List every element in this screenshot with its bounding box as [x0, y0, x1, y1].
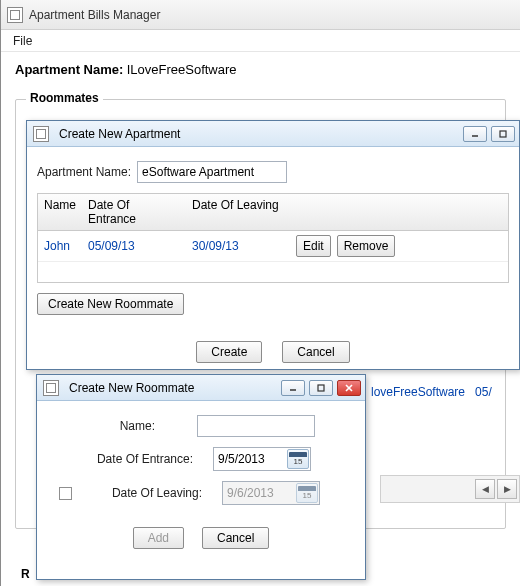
create-apartment-titlebar: Create New Apartment [27, 121, 519, 147]
col-entrance[interactable]: Date Of Entrance [82, 194, 186, 230]
cell-name: John [38, 235, 82, 257]
name-input[interactable] [197, 415, 315, 437]
cancel-button[interactable]: Cancel [202, 527, 269, 549]
close-button[interactable] [337, 380, 361, 396]
create-apartment-window-controls [463, 126, 515, 142]
dialog-icon [43, 380, 59, 396]
background-row: loveFreeSoftware 05/ [371, 385, 492, 399]
leaving-row: Date Of Leaving: 15 [47, 481, 355, 505]
calendar-icon: 15 [296, 483, 318, 503]
leaving-date-input [223, 483, 295, 503]
remove-button[interactable]: Remove [337, 235, 396, 257]
name-row: Name: [47, 415, 355, 437]
create-roommate-window-controls [281, 380, 361, 396]
create-button[interactable]: Create [196, 341, 262, 363]
entrance-date-field[interactable]: 15 [213, 447, 311, 471]
cell-actions: Edit Remove [290, 231, 401, 261]
truncated-label: R [21, 567, 30, 581]
roommates-table: Name Date Of Entrance Date Of Leaving Jo… [37, 193, 509, 283]
create-apartment-body: Apartment Name: Name Date Of Entrance Da… [27, 147, 519, 373]
create-roommate-body: Name: Date Of Entrance: 15 Date Of Leavi… [37, 401, 365, 559]
roommates-table-header: Name Date Of Entrance Date Of Leaving [38, 194, 508, 231]
minimize-icon [470, 129, 480, 139]
minimize-button[interactable] [281, 380, 305, 396]
minimize-icon [288, 383, 298, 393]
col-actions [290, 194, 508, 230]
chevron-left-icon: ◀ [482, 484, 489, 494]
cell-leaving: 30/09/13 [186, 235, 290, 257]
create-apartment-actions: Create Cancel [37, 341, 509, 363]
add-button: Add [133, 527, 184, 549]
background-row-date: 05/ [475, 385, 492, 399]
app-icon [7, 7, 23, 23]
create-roommate-titlebar: Create New Roommate [37, 375, 365, 401]
menubar: File [1, 30, 520, 52]
create-new-roommate-button[interactable]: Create New Roommate [37, 293, 184, 315]
apartment-name-label: Apartment Name: [37, 165, 131, 179]
cancel-button[interactable]: Cancel [282, 341, 349, 363]
maximize-button[interactable] [309, 380, 333, 396]
col-name[interactable]: Name [38, 194, 82, 230]
create-roommate-dialog: Create New Roommate Name: Date Of Entran… [36, 374, 366, 580]
leaving-label: Date Of Leaving: [84, 486, 202, 500]
main-title: Apartment Bills Manager [29, 8, 160, 22]
maximize-button[interactable] [491, 126, 515, 142]
name-label: Name: [97, 419, 155, 433]
apartment-name-row: Apartment Name: [37, 161, 509, 183]
chevron-right-icon: ▶ [504, 484, 511, 494]
dialog-icon [33, 126, 49, 142]
leaving-checkbox[interactable] [59, 487, 72, 500]
svg-rect-1 [500, 131, 506, 137]
leaving-date-field: 15 [222, 481, 320, 505]
cell-entrance: 05/09/13 [82, 235, 186, 257]
entrance-label: Date Of Entrance: [77, 452, 193, 466]
create-roommate-title: Create New Roommate [69, 381, 194, 395]
roommates-legend: Roommates [26, 91, 103, 105]
create-apartment-title: Create New Apartment [59, 127, 180, 141]
apartment-label: Apartment Name: [15, 62, 123, 77]
scroll-right-button[interactable]: ▶ [497, 479, 517, 499]
svg-rect-3 [318, 385, 324, 391]
maximize-icon [316, 383, 326, 393]
close-icon [344, 383, 354, 393]
create-roommate-row: Create New Roommate [37, 293, 509, 315]
apartment-value: ILoveFreeSoftware [127, 62, 237, 77]
maximize-icon [498, 129, 508, 139]
create-apartment-dialog: Create New Apartment Apartment Name: Nam… [26, 120, 520, 370]
entrance-date-input[interactable] [214, 449, 286, 469]
apartment-name-input[interactable] [137, 161, 287, 183]
table-row[interactable]: John 05/09/13 30/09/13 Edit Remove [38, 231, 508, 262]
background-row-name: loveFreeSoftware [371, 385, 465, 399]
calendar-icon[interactable]: 15 [287, 449, 309, 469]
create-roommate-actions: Add Cancel [47, 527, 355, 549]
scroll-left-button[interactable]: ◀ [475, 479, 495, 499]
edit-button[interactable]: Edit [296, 235, 331, 257]
menu-file[interactable]: File [7, 32, 38, 50]
horizontal-scrollbar[interactable]: ◀ ▶ [380, 475, 520, 503]
minimize-button[interactable] [463, 126, 487, 142]
entrance-row: Date Of Entrance: 15 [47, 447, 355, 471]
col-leaving[interactable]: Date Of Leaving [186, 194, 290, 230]
apartment-header: Apartment Name: ILoveFreeSoftware [15, 62, 506, 77]
main-titlebar: Apartment Bills Manager [1, 0, 520, 30]
